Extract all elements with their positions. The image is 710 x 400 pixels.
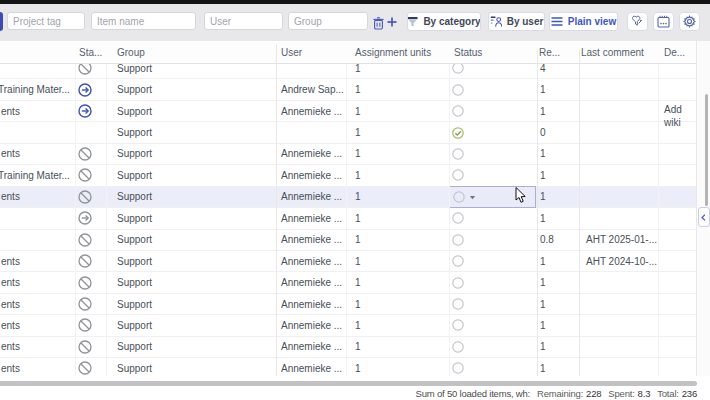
header-units[interactable]: Assignment units (355, 41, 431, 63)
settings-button[interactable] (679, 12, 700, 31)
cell-status[interactable] (452, 122, 464, 142)
horizontal-scrollbar-thumb[interactable] (0, 381, 697, 386)
grid-line (276, 44, 277, 376)
table-row[interactable]: SupportAnnemieke ...10.8AHT 2025-01-... (0, 230, 697, 251)
cell-group: Support (117, 337, 152, 357)
cell-status[interactable] (452, 101, 464, 121)
by-user-button[interactable]: By user (488, 12, 545, 31)
cell-group: Support (117, 230, 152, 250)
table-row[interactable]: entsSupportAnnemieke ...11 (0, 358, 697, 376)
cell-user: Annemieke ... (281, 251, 342, 271)
user-filter-input[interactable] (204, 12, 283, 30)
cell-status[interactable] (452, 230, 464, 250)
left-edge-button-fragment[interactable] (0, 12, 3, 31)
cell-units: 1 (355, 187, 361, 207)
header-user[interactable]: User (281, 41, 302, 63)
arrow-right-circle-icon (78, 211, 92, 225)
vertical-scrollbar-thumb[interactable] (705, 94, 708, 206)
header-group[interactable]: Group (117, 41, 145, 63)
spent-value: 8.3 (638, 388, 651, 399)
add-filter-button[interactable] (387, 17, 397, 27)
table-row[interactable]: entsSupportAnnemieke ...11 (0, 315, 697, 336)
table-row[interactable]: entsSupportAnnemieke ...11 (0, 337, 697, 358)
table-row[interactable]: entsSupportAnnemieke ...11 (0, 144, 697, 165)
cell-status[interactable] (452, 337, 464, 357)
remaining-value: 228 (586, 388, 601, 399)
cell-units: 1 (355, 144, 361, 164)
table-row[interactable]: Support14 (0, 64, 697, 79)
cell-units: 1 (355, 64, 361, 78)
cell-remaining: 1 (540, 79, 546, 99)
project-tag-filter-input[interactable] (7, 12, 85, 30)
item-name-filter-input[interactable] (91, 12, 196, 30)
cell-group: Support (117, 187, 152, 207)
cell-status[interactable] (452, 272, 464, 292)
blocked-icon (78, 340, 92, 354)
calendar-button[interactable] (653, 12, 674, 31)
header-re[interactable]: Re... (539, 41, 560, 63)
cell-user: Annemieke ... (281, 144, 342, 164)
header-comment[interactable]: Last comment (581, 41, 644, 63)
status-circle-icon (452, 277, 464, 289)
table-row[interactable]: Training Mater...SupportAndrew Sap...11 (0, 79, 697, 100)
cell-status[interactable] (452, 64, 464, 78)
status-circle-icon (452, 362, 464, 374)
delete-filter-button[interactable] (373, 17, 384, 30)
cell-status[interactable] (452, 251, 464, 271)
by-category-button[interactable]: By category (407, 12, 481, 31)
plain-view-button[interactable]: Plain view (549, 12, 618, 31)
table-row[interactable]: entsSupportAnnemieke ...11AHT 2024-10-..… (0, 251, 697, 272)
cell-units: 1 (355, 230, 361, 250)
table-row[interactable]: entsSupportAnnemieke ...11 (0, 294, 697, 315)
header-sta[interactable]: Sta... (79, 41, 102, 63)
cell-status[interactable] (452, 358, 464, 376)
status-circle-icon (452, 319, 464, 331)
cell-status[interactable] (452, 315, 464, 335)
table-row[interactable]: entsSupportAnnemieke ...11 (0, 272, 697, 293)
cell-group: Support (117, 101, 152, 121)
cell-sta (78, 187, 92, 207)
cell-units: 1 (355, 251, 361, 271)
cell-remaining: 1 (540, 144, 546, 164)
blocked-icon (78, 276, 92, 290)
cell-status[interactable] (452, 165, 464, 185)
blocked-icon (78, 168, 92, 182)
remaining-summary: Remaining: 228 (537, 388, 601, 399)
saved-filter-button[interactable] (627, 12, 648, 31)
header-de[interactable]: De... (664, 41, 685, 63)
cell-item-name: ents (1, 251, 20, 271)
table-row[interactable]: SupportAnnemieke ...11 (0, 208, 697, 229)
cell-units: 1 (355, 208, 361, 228)
cell-sta (78, 272, 92, 292)
cell-sta (78, 294, 92, 314)
grid-line (106, 64, 107, 376)
table-row[interactable]: Training Mater...SupportAnnemieke ...11 (0, 165, 697, 186)
table-row[interactable]: entsSupportAnnemieke ...11Add wiki (0, 101, 697, 122)
cell-sta (78, 230, 92, 250)
grid-line (346, 64, 347, 376)
cell-remaining: 1 (540, 358, 546, 376)
cell-remaining: 1 (540, 251, 546, 271)
cell-status[interactable] (452, 144, 464, 164)
group-filter-input[interactable] (288, 12, 368, 30)
cell-units: 1 (355, 337, 361, 357)
cell-sta (78, 64, 92, 78)
cell-status[interactable] (452, 208, 464, 228)
cell-units: 1 (355, 315, 361, 335)
cell-user: Annemieke ... (281, 337, 342, 357)
collapse-panel-button[interactable] (698, 207, 710, 227)
cell-user: Annemieke ... (281, 230, 342, 250)
cell-status[interactable] (452, 79, 464, 99)
cell-group: Support (117, 251, 152, 271)
cell-sta (78, 337, 92, 357)
table-row[interactable]: Support10 (0, 122, 697, 143)
cell-status[interactable] (452, 294, 464, 314)
status-circle-icon (452, 64, 464, 74)
summary-footer: Sum of 50 loaded items, wh: Remaining: 2… (0, 387, 697, 400)
status-circle-icon (452, 212, 464, 224)
cell-item-name: ents (1, 272, 20, 292)
table-row[interactable]: entsSupportAnnemieke ...11 (0, 187, 697, 208)
cell-sta (78, 358, 92, 376)
header-status[interactable]: Status (454, 41, 482, 63)
cell-group: Support (117, 208, 152, 228)
